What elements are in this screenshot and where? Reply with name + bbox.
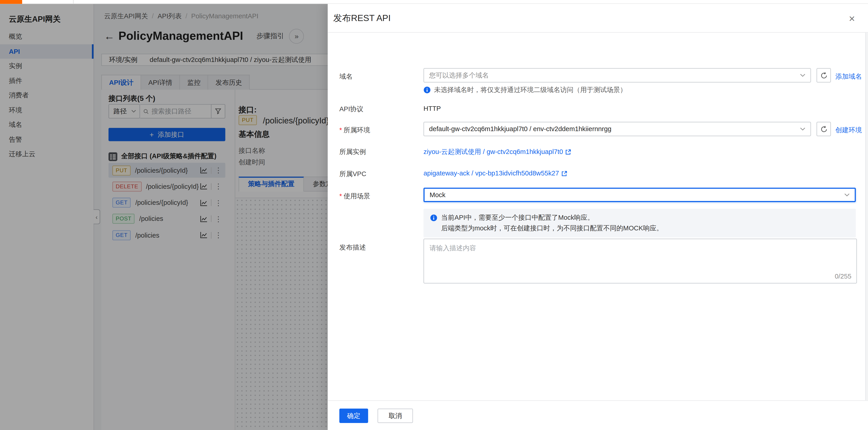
drawer-scrollbar[interactable] [865,33,868,400]
modal-mask [0,4,328,430]
chevron-down-icon [844,193,850,197]
refresh-environment-button[interactable] [816,122,831,136]
refresh-icon [820,72,827,79]
vpc-label: 所属VPC [339,169,366,179]
domain-select[interactable]: 您可以选择多个域名 [423,68,811,83]
scenario-select[interactable]: Mock [423,188,856,202]
publish-api-drawer: 发布REST API × 域名 您可以选择多个域名 添加域名 未选择域名时，将仅… [328,4,868,430]
description-textarea[interactable] [424,239,857,283]
chevron-down-icon [800,74,805,77]
protocol-label: API协议 [339,105,363,114]
external-link-icon [565,149,571,155]
scenario-label: *使用场景 [339,191,370,201]
protocol-value: HTTP [423,105,441,112]
topbar-divider [73,0,73,4]
instance-link[interactable]: ziyou-云起测试使用 / gw-ctv2cq6m1hkkjuapl7t0 [423,147,571,157]
scenario-value: Mock [430,191,445,199]
environment-select[interactable]: default-gw-ctv2cq6m1hkkjuapl7t0 / env-ct… [423,122,811,136]
drawer-header: 发布REST API × [328,4,868,33]
environment-label: *所属环境 [339,126,370,135]
description-label: 发布描述 [339,243,366,252]
console-topbar [0,0,868,4]
close-icon[interactable]: × [844,11,860,26]
chevron-down-icon [800,127,805,131]
domain-hint: 未选择域名时，将仅支持通过环境二级域名访问（用于测试场景） [423,85,627,95]
app-root: 云原生API网关 概览 API 实例 插件 消费者 环境 域名 告警 [0,0,868,430]
brand-logo [0,0,22,4]
vpc-link[interactable]: apigateway-ack / vpc-bp13idvicfh50d8w55k… [423,169,567,177]
drawer-footer: 确定 取消 [328,400,868,430]
domain-label: 域名 [339,72,352,82]
confirm-button[interactable]: 确定 [339,408,368,423]
refresh-domain-button[interactable] [816,68,831,83]
info-icon [430,214,437,221]
domain-placeholder: 您可以选择多个域名 [429,70,489,80]
info-icon [423,86,431,94]
drawer-title: 发布REST API [333,13,391,24]
create-environment-link[interactable]: 创建环境 [835,126,862,135]
environment-value: default-gw-ctv2cq6m1hkkjuapl7t0 / env-ct… [429,125,612,133]
instance-label: 所属实例 [339,147,366,157]
drawer-body: 域名 您可以选择多个域名 添加域名 未选择域名时，将仅支持通过环境二级域名访问（… [328,33,868,400]
cancel-button[interactable]: 取消 [377,408,413,423]
external-link-icon [561,170,567,176]
refresh-icon [820,125,827,133]
char-counter: 0/255 [835,272,851,280]
add-domain-link[interactable]: 添加域名 [835,72,862,82]
description-box: 0/255 [423,239,857,283]
scenario-infobox: 当前API中，需要至少一个接口中配置了Mock响应。 后端类型为mock时，可在… [423,209,856,237]
